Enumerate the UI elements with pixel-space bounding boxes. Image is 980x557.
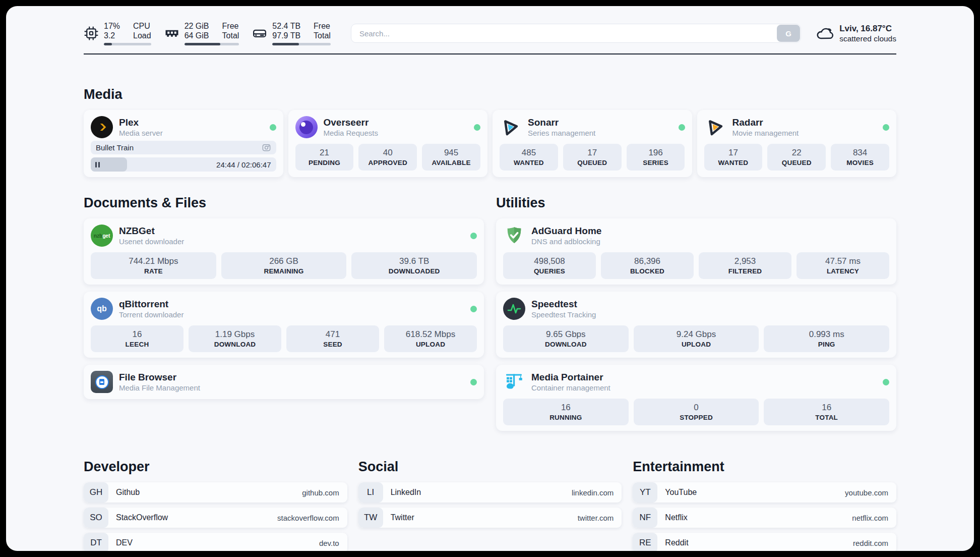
status-dot xyxy=(470,306,477,312)
now-playing-row: Bullet Train xyxy=(91,141,276,154)
app-card-qbittorrent[interactable]: qb qBittorrent Torrent downloader 16LEEC… xyxy=(84,292,484,358)
utilities-section-title: Utilities xyxy=(496,195,896,211)
section-documents: Documents & Files nzbget NZBGet Usenet d… xyxy=(84,195,484,406)
qbittorrent-icon: qb xyxy=(91,298,113,320)
sonarr-icon xyxy=(500,116,522,138)
ram-free-value: 22 GiB xyxy=(185,21,209,31)
app-card-radarr[interactable]: Radarr Movie management 17WANTED 22QUEUE… xyxy=(697,110,897,177)
status-dot xyxy=(679,124,685,131)
bookmarks-developer: Developer GH Github github.com SO StackO… xyxy=(84,459,347,551)
disk-free-value: 52.4 TB xyxy=(272,21,300,31)
app-card-speedtest[interactable]: Speedtest Speedtest Tracking 9.65 GbpsDO… xyxy=(496,292,896,358)
stat-upload: 9.24 GbpsUPLOAD xyxy=(634,325,759,352)
playback-time: 24:44 / 02:06:47 xyxy=(216,160,271,169)
bookmark-github[interactable]: GH Github github.com xyxy=(84,482,347,503)
cpu-percent: 17% xyxy=(104,21,120,31)
filebrowser-icon xyxy=(91,371,113,393)
header-divider xyxy=(84,53,896,54)
stat-downloaded: 39.6 TBDOWNLOADED xyxy=(351,252,477,279)
now-playing-title: Bullet Train xyxy=(96,143,134,152)
bookmark-reddit[interactable]: RE Reddit reddit.com xyxy=(633,533,896,551)
bookmark-domain: twitter.com xyxy=(578,514,614,522)
app-name: qBittorrent xyxy=(119,298,183,310)
bookmark-abbr: GH xyxy=(84,482,108,503)
app-subtitle: DNS and adblocking xyxy=(531,237,601,246)
bookmark-name: Netflix xyxy=(665,513,687,522)
bookmark-twitter[interactable]: TW Twitter twitter.com xyxy=(358,508,622,528)
app-name: Sonarr xyxy=(528,117,595,128)
stat-download: 1.19 GbpsDOWNLOAD xyxy=(189,325,281,352)
ram-total-value: 64 GiB xyxy=(185,31,209,40)
stat-queued: 17QUEUED xyxy=(563,144,622,171)
bookmark-dev[interactable]: DT DEV dev.to xyxy=(84,533,347,551)
bookmark-domain: github.com xyxy=(302,488,339,497)
bookmark-name: StackOverflow xyxy=(116,513,168,522)
cpu-load-value: 3.2 xyxy=(104,31,120,40)
pause-icon xyxy=(95,162,100,168)
bookmark-domain: netflix.com xyxy=(852,514,888,522)
app-subtitle: Media File Management xyxy=(119,383,200,393)
app-name: File Browser xyxy=(119,371,200,383)
bookmark-name: Github xyxy=(116,488,140,497)
app-card-adguard[interactable]: AdGuard Home DNS and adblocking 498,508Q… xyxy=(496,218,896,285)
ram-label-2: Total xyxy=(222,31,239,40)
stat-seed: 471SEED xyxy=(286,325,379,352)
stat-series: 196SERIES xyxy=(627,144,685,171)
bookmark-abbr: SO xyxy=(84,508,108,528)
search-engine-button[interactable]: G xyxy=(777,25,800,42)
app-card-portainer[interactable]: Media Portainer Container management 16R… xyxy=(496,365,896,431)
app-subtitle: Movie management xyxy=(732,128,799,138)
app-card-plex[interactable]: Plex Media server Bullet Train xyxy=(84,110,283,177)
app-subtitle: Media server xyxy=(119,128,163,138)
bookmarks-entertainment: Entertainment YT YouTube youtube.com NF … xyxy=(633,459,896,551)
stat-latency: 47.57 msLATENCY xyxy=(797,252,889,279)
stat-wanted: 485WANTED xyxy=(500,144,558,171)
bookmark-linkedin[interactable]: LI LinkedIn linkedin.com xyxy=(358,482,622,503)
bookmark-domain: reddit.com xyxy=(853,539,888,547)
search-input[interactable] xyxy=(351,24,801,43)
stat-upload: 618.52 MbpsUPLOAD xyxy=(384,325,477,352)
bookmark-name: YouTube xyxy=(665,488,697,497)
memory-widget: 22 GiB 64 GiB Free Total xyxy=(164,21,239,45)
weather-condition: scattered clouds xyxy=(839,34,896,44)
app-subtitle: Torrent downloader xyxy=(119,310,183,319)
camera-icon[interactable] xyxy=(262,143,271,152)
app-subtitle: Usenet downloader xyxy=(119,237,184,246)
bookmark-abbr: NF xyxy=(633,508,657,528)
media-section-title: Media xyxy=(84,87,896,102)
bookmark-name: Twitter xyxy=(391,513,414,522)
disk-label-2: Total xyxy=(314,31,331,40)
ram-progress-bar xyxy=(185,43,239,45)
overseerr-icon xyxy=(295,116,318,138)
stat-download: 9.65 GbpsDOWNLOAD xyxy=(503,325,629,352)
app-card-sonarr[interactable]: Sonarr Series management 485WANTED 17QUE… xyxy=(493,110,692,177)
section-utilities: Utilities AdGuard Home DNS and xyxy=(496,195,896,438)
ram-label-1: Free xyxy=(222,21,239,31)
stat-approved: 40APPROVED xyxy=(358,144,417,171)
app-subtitle: Container management xyxy=(531,383,610,393)
disk-progress-bar xyxy=(272,43,331,45)
app-name: Overseerr xyxy=(324,117,378,128)
weather-location-temp: Lviv, 16.87°C xyxy=(839,23,896,34)
bookmark-domain: dev.to xyxy=(319,539,339,547)
bookmark-netflix[interactable]: NF Netflix netflix.com xyxy=(633,508,896,528)
stat-blocked: 86,396BLOCKED xyxy=(601,252,694,279)
bookmark-abbr: LI xyxy=(358,482,383,503)
status-dot xyxy=(883,124,889,131)
developer-section-title: Developer xyxy=(84,459,347,475)
app-card-overseerr[interactable]: Overseerr Media Requests 21PENDING 40APP… xyxy=(288,110,488,177)
stat-remaining: 266 GBREMAINING xyxy=(221,252,347,279)
status-dot xyxy=(470,379,477,385)
bookmark-youtube[interactable]: YT YouTube youtube.com xyxy=(633,482,896,503)
status-dot xyxy=(474,124,480,131)
stat-stopped: 0STOPPED xyxy=(634,399,759,425)
bookmark-stackoverflow[interactable]: SO StackOverflow stackoverflow.com xyxy=(84,508,347,528)
bookmark-name: LinkedIn xyxy=(391,488,421,497)
bookmark-domain: linkedin.com xyxy=(572,488,614,497)
ram-icon xyxy=(164,26,179,41)
status-dot xyxy=(883,379,889,385)
app-card-nzbget[interactable]: nzbget NZBGet Usenet downloader 744.21 M… xyxy=(84,218,484,285)
dashboard-page: 17% 3.2 CPU Load xyxy=(6,6,974,551)
app-card-filebrowser[interactable]: File Browser Media File Management xyxy=(84,365,484,399)
app-subtitle: Series management xyxy=(528,128,595,138)
